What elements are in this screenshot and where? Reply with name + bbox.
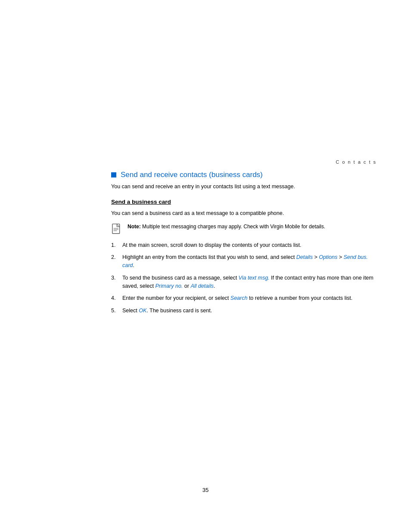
step-2-number: 2. <box>111 253 120 270</box>
step-5-content: Select OK. The business card is sent. <box>122 307 377 315</box>
step-1-content: At the main screen, scroll down to displ… <box>122 241 377 249</box>
section-title-text: Send and receive contacts (business card… <box>121 171 263 179</box>
note-text: Note: Multiple text messaging charges ma… <box>128 223 325 230</box>
step-3-number: 3. <box>111 274 120 290</box>
section-intro: You can send and receive an entry in you… <box>111 183 377 191</box>
step-5: 5. Select OK. The business card is sent. <box>111 307 377 315</box>
step-4-content: Enter the number for your recipient, or … <box>122 294 377 302</box>
link-options[interactable]: Options <box>319 254 337 260</box>
link-ok[interactable]: OK <box>139 308 146 314</box>
step-1: 1. At the main screen, scroll down to di… <box>111 241 377 249</box>
step-4: 4. Enter the number for your recipient, … <box>111 294 377 302</box>
link-via-text-msg[interactable]: Via text msg. <box>239 275 270 281</box>
step-2-content: Highlight an entry from the contacts lis… <box>122 253 377 270</box>
step-4-number: 4. <box>111 294 120 302</box>
note-icon <box>111 223 123 235</box>
subsection-title: Send a business card <box>111 199 377 205</box>
section-label: C o n t a c t s <box>111 159 377 165</box>
section-title-container: Send and receive contacts (business card… <box>111 171 377 179</box>
link-details[interactable]: Details <box>296 254 313 260</box>
link-search[interactable]: Search <box>230 295 248 301</box>
page-number: 35 <box>202 487 209 493</box>
link-primary-no[interactable]: Primary no. <box>155 283 183 289</box>
svg-marker-1 <box>117 224 120 227</box>
note-body: Multiple text messaging charges may appl… <box>142 224 325 230</box>
step-3-content: To send the business card as a message, … <box>122 274 377 290</box>
note-box: Note: Multiple text messaging charges ma… <box>111 223 377 235</box>
step-1-number: 1. <box>111 241 120 249</box>
step-2: 2. Highlight an entry from the contacts … <box>111 253 377 270</box>
note-bold: Note: <box>128 224 141 230</box>
subsection-intro: You can send a business card as a text m… <box>111 209 377 218</box>
step-5-number: 5. <box>111 307 120 315</box>
steps-list: 1. At the main screen, scroll down to di… <box>111 241 377 315</box>
content-area: C o n t a c t s Send and receive contact… <box>111 159 377 319</box>
step-3: 3. To send the business card as a messag… <box>111 274 377 290</box>
link-all-details[interactable]: All details <box>190 283 214 289</box>
page: C o n t a c t s Send and receive contact… <box>0 0 411 532</box>
blue-square-icon <box>111 172 116 177</box>
